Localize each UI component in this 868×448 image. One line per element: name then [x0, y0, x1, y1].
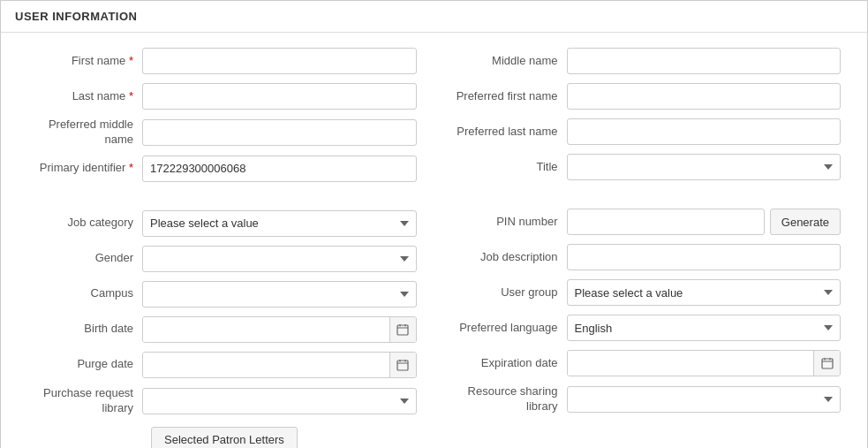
last-name-row: Last name: [27, 82, 417, 110]
primary-identifier-input[interactable]: [142, 156, 417, 182]
gender-label: Gender: [27, 251, 142, 266]
job-description-input[interactable]: [567, 244, 842, 270]
title-label: Title: [452, 160, 567, 175]
campus-row: Campus: [27, 280, 417, 308]
preferred-first-name-row: Preferred first name: [452, 82, 842, 110]
calendar-icon: [396, 359, 409, 371]
job-description-row: Job description: [452, 243, 842, 271]
preferred-last-name-row: Preferred last name: [452, 118, 842, 146]
gender-select[interactable]: [142, 246, 417, 272]
expiration-date-calendar-button[interactable]: [813, 351, 840, 376]
section-header: USER INFORMATION: [1, 1, 867, 33]
svg-rect-0: [397, 325, 408, 335]
expiration-date-input[interactable]: [568, 351, 814, 376]
middle-name-label: Middle name: [452, 54, 567, 69]
pin-number-label: PIN number: [452, 215, 567, 230]
expiration-date-field: [567, 350, 842, 376]
first-name-input[interactable]: [142, 48, 417, 74]
preferred-language-select[interactable]: English: [567, 315, 842, 341]
pin-number-input[interactable]: [567, 209, 765, 235]
user-group-row: User group Please select a value: [452, 278, 842, 307]
expiration-date-label: Expiration date: [452, 356, 567, 371]
middle-name-input[interactable]: [567, 48, 842, 74]
birth-date-row: Birth date: [27, 315, 417, 344]
svg-rect-8: [822, 359, 833, 368]
purge-date-row: Purge date: [27, 351, 417, 379]
purchase-request-library-select[interactable]: [142, 388, 417, 414]
job-category-label: Job category: [27, 216, 142, 231]
first-name-label: First name: [27, 54, 142, 69]
preferred-last-name-label: Preferred last name: [452, 125, 567, 140]
svg-rect-4: [397, 361, 408, 370]
user-group-select[interactable]: Please select a value: [567, 279, 842, 306]
form-body: First name Last name Preferred middle na…: [1, 33, 867, 448]
last-name-input[interactable]: [142, 83, 417, 110]
purge-date-calendar-button[interactable]: [389, 353, 416, 377]
patron-letters-row: Selected Patron Letters: [27, 423, 417, 448]
primary-identifier-row: Primary identifier: [27, 155, 417, 183]
left-column: First name Last name Preferred middle na…: [10, 47, 434, 448]
calendar-icon: [821, 357, 834, 369]
expiration-date-row: Expiration date: [452, 349, 842, 377]
resource-sharing-library-select[interactable]: [567, 386, 842, 413]
last-name-label: Last name: [27, 89, 142, 104]
resource-sharing-library-label: Resource sharing library: [452, 384, 567, 414]
job-description-label: Job description: [452, 250, 567, 265]
primary-identifier-label: Primary identifier: [27, 161, 142, 176]
purge-date-input[interactable]: [143, 353, 389, 377]
purchase-request-library-label: Purchase request library: [27, 386, 142, 416]
purge-date-field: [142, 352, 417, 378]
campus-label: Campus: [27, 286, 142, 301]
title-select[interactable]: [567, 154, 842, 180]
birth-date-label: Birth date: [27, 322, 142, 337]
gender-row: Gender: [27, 245, 417, 273]
selected-patron-letters-button[interactable]: Selected Patron Letters: [151, 427, 298, 448]
preferred-middle-name-row: Preferred middle name: [27, 118, 417, 148]
purchase-request-library-row: Purchase request library: [27, 386, 417, 416]
preferred-middle-name-input[interactable]: [142, 119, 417, 146]
preferred-first-name-input[interactable]: [567, 83, 842, 110]
preferred-middle-name-label: Preferred middle name: [27, 118, 142, 148]
middle-name-row: Middle name: [452, 47, 842, 75]
first-name-row: First name: [27, 47, 417, 75]
birth-date-input[interactable]: [143, 317, 389, 342]
preferred-language-row: Preferred language English: [452, 314, 842, 342]
pin-field-group: Generate: [567, 209, 842, 235]
preferred-language-label: Preferred language: [452, 321, 567, 336]
campus-select[interactable]: [142, 281, 417, 308]
birth-date-field: [142, 316, 417, 343]
page-container: USER INFORMATION First name Last name Pr…: [0, 0, 868, 448]
resource-sharing-library-row: Resource sharing library: [452, 384, 842, 414]
user-group-label: User group: [452, 285, 567, 300]
pin-number-row: PIN number Generate: [452, 208, 842, 236]
preferred-last-name-input[interactable]: [567, 118, 842, 145]
job-category-select[interactable]: Please select a value: [142, 210, 417, 237]
calendar-icon: [396, 323, 409, 336]
preferred-first-name-label: Preferred first name: [452, 89, 567, 104]
generate-button[interactable]: Generate: [770, 209, 841, 235]
right-column: Middle name Preferred first name Preferr…: [434, 47, 859, 448]
job-category-row: Job category Please select a value: [27, 209, 417, 238]
title-row: Title: [452, 153, 842, 181]
purge-date-label: Purge date: [27, 357, 142, 372]
birth-date-calendar-button[interactable]: [389, 317, 416, 342]
